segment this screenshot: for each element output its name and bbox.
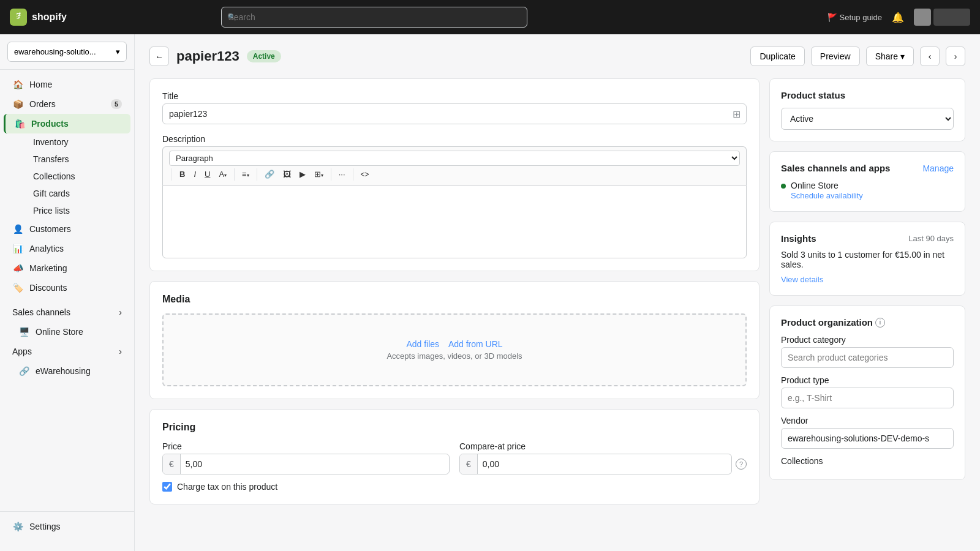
rte-divider3 — [257, 168, 257, 181]
back-icon: ← — [155, 52, 163, 61]
add-files-link[interactable]: Add files — [406, 339, 439, 349]
product-org-card: Product organizationi Product category P… — [769, 305, 965, 480]
price-currency: € — [163, 454, 181, 474]
share-label: Share — [875, 51, 898, 61]
sidebar-item-marketing[interactable]: 📣 Marketing — [4, 258, 130, 278]
next-icon: › — [954, 51, 957, 61]
analytics-icon: 📊 — [12, 244, 23, 253]
sidebar-item-home[interactable]: 🏠 Home — [4, 75, 130, 94]
title-label: Title — [162, 91, 747, 101]
right-panel: Product status Active Draft Sales channe… — [769, 78, 965, 514]
nav-section-main: 🏠 Home 📦 Orders 5 🛍️ Products Inventory … — [0, 70, 134, 302]
sidebar-item-label: Customers — [29, 224, 71, 234]
charge-tax-checkbox[interactable] — [162, 482, 172, 492]
insights-period: Last 90 days — [908, 234, 954, 243]
sidebar-item-orders[interactable]: 📦 Orders 5 — [4, 94, 130, 114]
sidebar-item-label: Settings — [29, 522, 61, 531]
page-header: ← papier123 Active Duplicate Preview Sha… — [149, 47, 965, 66]
sidebar-item-label: Analytics — [29, 244, 64, 253]
help-icon[interactable]: ? — [736, 459, 747, 470]
store-selector[interactable]: ewarehousing-solutio... ▾ — [0, 34, 134, 70]
sidebar-item-price-lists[interactable]: Price lists — [21, 202, 130, 219]
apps-section[interactable]: Apps › — [4, 342, 130, 361]
price-input[interactable] — [181, 454, 449, 474]
duplicate-button[interactable]: Duplicate — [750, 47, 804, 66]
search-bar[interactable] — [221, 7, 527, 28]
media-dropzone[interactable]: Add files Add from URL Accepts images, v… — [162, 313, 747, 386]
sidebar-item-customers[interactable]: 👤 Customers — [4, 219, 130, 239]
table-button[interactable]: ⊞▾ — [311, 167, 327, 181]
customers-icon: 👤 — [12, 224, 23, 234]
prev-product-button[interactable]: ‹ — [920, 47, 940, 66]
paragraph-select[interactable]: Paragraph — [169, 151, 740, 166]
orders-badge: 5 — [111, 99, 122, 109]
category-search-input[interactable] — [781, 347, 954, 368]
page-actions: Duplicate Preview Share ▾ ‹ › — [750, 47, 965, 66]
sidebar-item-gift-cards[interactable]: Gift cards — [21, 185, 130, 202]
charge-tax-label: Charge tax on this product — [177, 482, 277, 492]
next-product-button[interactable]: › — [946, 47, 965, 66]
sidebar-item-online-store[interactable]: 🖥️ Online Store — [4, 322, 130, 342]
sidebar-item-label: Marketing — [29, 263, 67, 273]
sidebar-item-inventory[interactable]: Inventory — [21, 133, 130, 151]
sidebar-item-label: eWarehousing — [36, 366, 91, 376]
sales-channels-section[interactable]: Sales channels › — [4, 302, 130, 322]
category-search-wrapper — [781, 347, 954, 368]
back-button[interactable]: ← — [149, 47, 169, 66]
schedule-availability-link[interactable]: Schedule availability — [791, 191, 863, 200]
chevron-right-icon: › — [119, 307, 122, 317]
align-button[interactable]: ≡▾ — [238, 167, 253, 181]
vendor-label: Vendor — [781, 416, 954, 425]
video-button[interactable]: ▶ — [296, 167, 309, 181]
manage-link[interactable]: Manage — [922, 163, 954, 173]
settings-section: ⚙️ Settings — [0, 511, 134, 541]
image-button[interactable]: 🖼 — [279, 167, 295, 181]
view-details-link[interactable]: View details — [781, 275, 823, 284]
rte-toolbar: Paragraph B I U A▾ ≡▾ 🔗 🖼 — [162, 146, 747, 185]
search-input[interactable] — [221, 7, 527, 28]
product-status-title: Product status — [781, 90, 954, 100]
sidebar-item-analytics[interactable]: 📊 Analytics — [4, 239, 130, 258]
add-from-url-link[interactable]: Add from URL — [448, 339, 503, 349]
compare-label: Compare-at price — [459, 441, 747, 451]
more-button[interactable]: ··· — [335, 167, 349, 181]
preview-button[interactable]: Preview — [811, 47, 860, 66]
sidebar-item-products[interactable]: 🛍️ Products — [4, 114, 130, 133]
sidebar-item-settings[interactable]: ⚙️ Settings — [4, 517, 130, 536]
share-button[interactable]: Share ▾ — [866, 47, 914, 66]
collections-label: Collections — [781, 456, 954, 466]
main-content: ← papier123 Active Duplicate Preview Sha… — [135, 34, 980, 551]
rte-divider2 — [234, 168, 235, 181]
description-editor[interactable] — [162, 185, 747, 258]
code-button[interactable]: <> — [357, 168, 373, 181]
content-grid: Title ⊞ Description Paragraph B — [149, 78, 965, 514]
sidebar-item-transfers[interactable]: Transfers — [21, 151, 130, 168]
link-button[interactable]: 🔗 — [261, 167, 278, 181]
store-selector-button[interactable]: ewarehousing-solutio... ▾ — [7, 42, 127, 62]
shopify-logo-icon — [10, 9, 27, 26]
sidebar-item-label: Online Store — [36, 327, 83, 337]
channel-name: Online Store — [791, 181, 863, 190]
notification-bell-icon[interactable]: 🔔 — [892, 12, 904, 23]
sidebar-item-ewarehousing[interactable]: 🔗 eWarehousing — [4, 361, 130, 381]
rte-divider4 — [331, 168, 331, 181]
vendor-input[interactable] — [781, 428, 954, 449]
color-button[interactable]: A▾ — [215, 167, 230, 181]
product-status-select[interactable]: Active Draft — [781, 108, 954, 130]
status-badge: Active — [247, 50, 281, 62]
setup-guide-button[interactable]: 🚩 Setup guide — [827, 13, 882, 22]
sales-channels-title: Sales channels and apps — [781, 163, 890, 173]
price-input-wrapper: € — [162, 454, 450, 474]
sidebar-item-discounts[interactable]: 🏷️ Discounts — [4, 278, 130, 298]
compare-currency: € — [460, 454, 478, 474]
bold-button[interactable]: B — [176, 167, 189, 181]
underline-button[interactable]: U — [201, 167, 214, 181]
compare-price-input[interactable] — [478, 454, 731, 474]
title-input[interactable] — [162, 103, 747, 124]
product-type-input[interactable] — [781, 388, 954, 408]
italic-button[interactable]: I — [190, 167, 200, 181]
logo-text: shopify — [32, 12, 67, 23]
product-org-info-icon2[interactable]: i — [875, 318, 885, 328]
product-type-label: Product type — [781, 375, 954, 385]
sidebar-item-collections[interactable]: Collections — [21, 168, 130, 185]
